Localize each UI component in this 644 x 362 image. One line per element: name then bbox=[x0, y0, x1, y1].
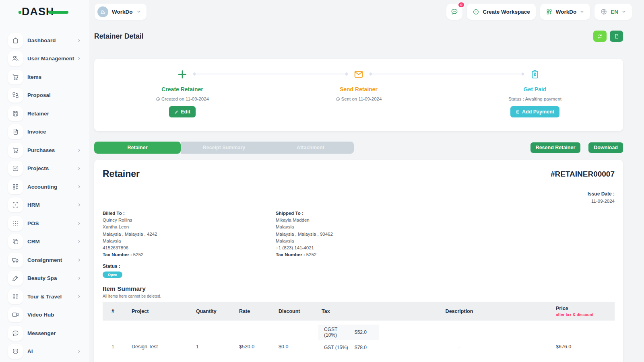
step-create-retainer: Create Retainer Created on 11-09-2024 Ed… bbox=[94, 59, 270, 131]
dots-grid-icon bbox=[8, 216, 23, 231]
chat-badge: 0 bbox=[458, 2, 465, 8]
sidebar-item-beauty-spa[interactable]: Beauty Spa bbox=[8, 270, 85, 286]
resend-retainer-button[interactable]: Resend Retainer bbox=[530, 142, 581, 153]
issue-date-value: 11-09-2024 bbox=[103, 199, 615, 204]
sidebar-item-retainer[interactable]: Retainer bbox=[8, 105, 85, 121]
cart-icon bbox=[8, 70, 23, 84]
truck-icon bbox=[8, 253, 23, 267]
floppy-icon bbox=[8, 106, 23, 121]
chevron-right-icon bbox=[77, 239, 81, 244]
pencil-icon bbox=[174, 110, 179, 114]
step-connector bbox=[371, 74, 523, 74]
refresh-icon bbox=[597, 33, 603, 39]
tab-receipt-summary[interactable]: Receipt Summary bbox=[181, 142, 267, 154]
issue-date-label: Issue Date : bbox=[103, 191, 615, 197]
sidebar-item-invoice[interactable]: Invoice bbox=[8, 124, 85, 140]
billed-line: 4152637896 bbox=[103, 245, 276, 251]
shipped-line: Mikayla Madden bbox=[276, 217, 449, 224]
chat-button[interactable]: 0 bbox=[446, 4, 462, 20]
row-description: - bbox=[379, 321, 540, 355]
file-icon bbox=[614, 33, 619, 39]
logo-dot bbox=[19, 11, 21, 14]
col-quantity: Quantity bbox=[193, 302, 236, 321]
billed-line: Malaysia bbox=[103, 238, 276, 245]
sidebar-item-label: Invoice bbox=[27, 129, 85, 135]
billed-line: Malaysia , Malaysia , 4242 bbox=[103, 231, 276, 238]
language-label: EN bbox=[611, 9, 618, 15]
sidebar-item-accounting[interactable]: Accounting bbox=[8, 179, 85, 195]
download-button[interactable]: Download bbox=[588, 142, 623, 153]
sidebar-item-proposal[interactable]: Proposal bbox=[8, 87, 85, 103]
tab-attachment[interactable]: Attachment bbox=[267, 142, 354, 154]
sidebar-menu: DashboardUser ManagementItemsProposalRet… bbox=[0, 23, 89, 360]
checkbox-icon bbox=[8, 161, 23, 176]
sidebar-item-hrm[interactable]: HRM bbox=[8, 197, 85, 213]
shipped-line: Malaysia bbox=[276, 224, 449, 230]
sidebar-item-label: Tour & Travel bbox=[27, 294, 77, 300]
language-selector[interactable]: EN bbox=[594, 4, 632, 20]
chevron-right-icon bbox=[77, 349, 81, 354]
status-label: Status : bbox=[103, 263, 615, 269]
chat-icon bbox=[450, 8, 458, 16]
row-price: $676.0 bbox=[540, 321, 615, 355]
refresh-button[interactable] bbox=[593, 31, 607, 42]
row-number: 1 bbox=[103, 321, 128, 355]
sidebar-item-ai[interactable]: AI bbox=[8, 343, 85, 360]
mail-icon bbox=[353, 69, 364, 80]
retainer-document-card: Retainer #RETAINER00007 Issue Date : 11-… bbox=[94, 160, 623, 362]
sidebar-item-label: AI bbox=[27, 348, 77, 354]
edit-button[interactable]: Edit bbox=[169, 106, 196, 117]
sidebar-item-label: Proposal bbox=[27, 92, 85, 98]
sidebar-item-label: HRM bbox=[27, 202, 77, 208]
sidebar-item-pos[interactable]: POS bbox=[8, 215, 85, 231]
sidebar-item-user-management[interactable]: User Management bbox=[8, 51, 85, 67]
video-icon bbox=[8, 307, 23, 322]
sidebar-item-projects[interactable]: Projects bbox=[8, 160, 85, 177]
step-get-paid: Get Paid Status : Awaiting payment Add P… bbox=[447, 59, 623, 131]
price-note: after tax & discount bbox=[556, 313, 611, 317]
sidebar-item-label: Retainer bbox=[27, 111, 85, 117]
chevron-down-icon bbox=[621, 9, 626, 14]
message-icon bbox=[8, 326, 23, 341]
sidebar-item-items[interactable]: Items bbox=[8, 69, 85, 85]
col-number: # bbox=[103, 302, 128, 321]
sidebar-item-label: Dashboard bbox=[27, 37, 77, 43]
shipped-to-block: Shipped To : Mikayla Madden Malaysia Mal… bbox=[276, 210, 449, 258]
file-text-icon bbox=[8, 124, 23, 139]
billed-to-block: Billed To : Quincy Rollins Xantha Leon M… bbox=[103, 210, 276, 258]
sidebar-item-dashboard[interactable]: Dashboard bbox=[8, 32, 85, 48]
sidebar-item-label: Video Hub bbox=[27, 312, 85, 318]
sidebar-item-messenger[interactable]: Messenger bbox=[8, 325, 85, 341]
step-send-retainer: Send Retainer Sent on 11-09-2024 bbox=[270, 59, 447, 131]
document-button[interactable] bbox=[610, 31, 623, 42]
add-payment-button[interactable]: Add Payment bbox=[510, 106, 559, 117]
clock-icon bbox=[336, 97, 340, 101]
items-table: # Project Quantity Rate Discount Tax Des… bbox=[103, 302, 615, 355]
shipped-line: +1 (823) 141-4021 bbox=[276, 245, 449, 251]
sidebar-item-tour-travel[interactable]: Tour & Travel bbox=[8, 288, 85, 304]
sidebar-item-crm[interactable]: CRM bbox=[8, 234, 85, 250]
plus-icon bbox=[177, 69, 188, 80]
grid-plus-icon bbox=[8, 179, 23, 194]
status-badge: Open bbox=[103, 272, 122, 278]
account-menu[interactable]: WorkDo bbox=[540, 4, 590, 20]
chevron-right-icon bbox=[77, 258, 81, 262]
grid-plus-icon bbox=[546, 8, 553, 15]
shipped-line: Malaysia bbox=[276, 238, 449, 245]
workspace-selector[interactable]: WorkDo bbox=[95, 4, 147, 20]
row-discount: $0.0 bbox=[275, 321, 318, 355]
tab-retainer[interactable]: Retainer bbox=[94, 142, 181, 154]
sidebar-item-purchases[interactable]: Purchases bbox=[8, 142, 85, 158]
chevron-right-icon bbox=[77, 203, 81, 207]
chevron-right-icon bbox=[77, 166, 81, 171]
create-workspace-button[interactable]: Create Workspace bbox=[467, 4, 536, 20]
app-logo[interactable]: DASH bbox=[0, 0, 89, 23]
item-summary-note: All items here cannot be deleted. bbox=[103, 294, 615, 298]
sidebar-item-video-hub[interactable]: Video Hub bbox=[8, 307, 85, 323]
sidebar-item-consignment[interactable]: Consignment bbox=[8, 252, 85, 268]
step-connector bbox=[194, 74, 347, 74]
tax-row: GST (15%) $78.0 bbox=[318, 340, 379, 355]
scan-icon bbox=[8, 197, 23, 212]
workspace-avatar-icon bbox=[97, 6, 108, 17]
chevron-down-icon bbox=[136, 9, 141, 14]
